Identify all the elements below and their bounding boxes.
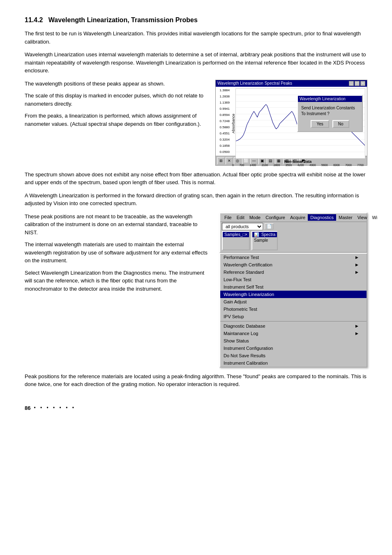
page-number: 86 [25, 405, 30, 411]
menu-item-instrument-calibration[interactable]: Instrument Calibration [220, 359, 367, 367]
samples-titlebar: Samples _□× [223, 232, 249, 237]
minimize-btn[interactable]: _ [349, 81, 354, 86]
x-val: 3500 [286, 164, 292, 166]
menu-item-wavelength-cert[interactable]: Wavelength Certification ▶ [220, 261, 367, 268]
app-window: File Edit Mode Configure Acquire Diagnos… [219, 213, 367, 253]
menu-item-show-status[interactable]: Show Status [220, 337, 367, 345]
menu-separator [220, 321, 367, 321]
spectrum-titlebar: Wavelength Linearization Spectral Peaks … [216, 80, 367, 87]
section-number: 11.4.2 [25, 16, 43, 23]
menu-item-label: Gain Adjust [224, 299, 247, 304]
x-val: 1400 [250, 164, 256, 166]
doc-btn[interactable]: 📄 [265, 223, 274, 229]
menu-diagnostics[interactable]: Diagnostics [308, 214, 336, 221]
menu-master[interactable]: Master [336, 214, 355, 221]
products-dropdown[interactable]: all products [222, 223, 263, 230]
menu-item-photometric-test[interactable]: Photometric Test [220, 305, 367, 313]
maximize-btn[interactable]: □ [355, 81, 360, 86]
submenu-arrow: ▶ [355, 324, 358, 328]
spectra-window: 📊 Spectra Sample [251, 231, 278, 250]
x-val: 4200 [297, 164, 304, 166]
menu-item-self-test[interactable]: Instrument Self Test [220, 283, 367, 291]
linearization-dialog: Wavelength Linearization Send Linearizat… [297, 95, 363, 132]
toolbar-btn-1[interactable]: ⊞ [217, 157, 225, 164]
menu-view[interactable]: View [355, 214, 370, 221]
paragraph-2: Wavelength Linearization uses internal w… [25, 51, 367, 75]
x-val: 7700 [357, 164, 364, 166]
menu-item-label: Wavelength Linearization [224, 292, 274, 297]
menu-file[interactable]: File [222, 214, 234, 221]
content-with-spectrum: The wavelength positions of these peaks … [25, 80, 367, 166]
menu-item-label: Performance Test [224, 255, 259, 260]
menu-item-label: Instrument Configuration [224, 346, 273, 351]
menu-item-do-not-save[interactable]: Do Not Save Results [220, 352, 367, 359]
menu-item-diagnostic-db[interactable]: Diagnostic Database ▶ [220, 322, 367, 330]
spectra-titlebar: 📊 Spectra [252, 232, 277, 237]
menu-mode[interactable]: Mode [247, 214, 263, 221]
spectrum-window-title: Wavelength Linearization Spectral Peaks [217, 81, 292, 86]
x-axis-values: 0 700 1400 2100 2800 3500 4200 4900 5600… [231, 164, 365, 166]
paragraph-8: These peak positions are not meant to be… [25, 213, 211, 237]
x-val: 7000 [345, 164, 352, 166]
paragraph-4: The scale of this display is marked in e… [25, 92, 207, 108]
submenu-arrow: ▶ [355, 270, 358, 274]
spectra-sample-label: Sample [254, 238, 268, 243]
paragraph-6: The spectrum shown above does not exhibi… [25, 171, 367, 187]
text-column: The wavelength positions of these peaks … [25, 80, 207, 166]
menu-item-ipv-setup[interactable]: IPV Setup [220, 313, 367, 320]
menu-edit[interactable]: Edit [234, 214, 247, 221]
y-val-0: 1.3884 [217, 88, 230, 92]
samples-title: Samples [224, 232, 240, 237]
paragraph-1: The first test to be run is Wavelength L… [25, 30, 367, 46]
spectrum-window: Wavelength Linearization Spectral Peaks … [215, 80, 367, 166]
menu-item-label: Diagnostic Database [224, 324, 265, 328]
paragraph-7: A Wavelength Linearization is performed … [25, 192, 367, 208]
menu-item-wavelength-linearization[interactable]: Wavelength Linearization [220, 291, 367, 298]
spectrum-chart-area: Wavelength Linearization Send Linearizat… [216, 87, 367, 156]
menu-item-performance-test[interactable]: Performance Test ▶ [220, 254, 367, 261]
x-val: 5600 [321, 164, 328, 166]
submenu-arrow: ▶ [355, 255, 358, 259]
menu-item-label: Wavelength Certification [224, 262, 272, 267]
menu-item-label: IPV Setup [224, 314, 244, 319]
spectra-title: 📊 [254, 232, 259, 237]
samples-controls: _□× [240, 232, 247, 237]
menu-wi[interactable]: Wi [369, 214, 380, 221]
yes-button[interactable]: Yes [311, 120, 329, 128]
y-val-3: 0.9941 [217, 107, 230, 111]
menu-item-low-flux[interactable]: Low-Flux Test [220, 276, 367, 283]
paragraph-11: Peak positions for the reference materia… [25, 372, 367, 388]
x-val: 0 [232, 164, 234, 166]
close-btn[interactable]: × [360, 81, 365, 86]
menu-item-label: Instrument Self Test [224, 284, 263, 289]
text-column-2: These peak positions are not meant to be… [25, 213, 211, 368]
titlebar-buttons: _ □ × [349, 81, 365, 86]
diagnostics-dropdown: Performance Test ▶ Wavelength Certificat… [219, 253, 367, 368]
x-val: 700 [239, 164, 244, 166]
menu-item-label: Show Status [224, 338, 249, 343]
footer-dots: • • • • • • • [34, 405, 75, 411]
sub-windows: Samples _□× 📊 Spectra Sample [220, 231, 367, 252]
section-heading: 11.4.2 Wavelength Linearization, Transmi… [25, 16, 367, 24]
y-axis-label: Absorbance [231, 88, 235, 159]
menu-item-label: Maintanance Log [224, 331, 258, 336]
menu-item-maintenance-log[interactable]: Maintanance Log ▶ [220, 330, 367, 337]
menu-acquire[interactable]: Acquire [288, 214, 308, 221]
menu-screenshot-container: File Edit Mode Configure Acquire Diagnos… [219, 213, 367, 368]
x-val: 2100 [262, 164, 268, 166]
x-axis-label: Non-linear Data [231, 160, 365, 164]
x-val: 6300 [333, 164, 340, 166]
menu-item-label: Reference Standard [224, 270, 264, 275]
menu-configure[interactable]: Configure [263, 214, 288, 221]
y-val-2: 1.1369 [217, 101, 230, 104]
samples-window: Samples _□× [222, 231, 250, 250]
menu-item-gain-adjust[interactable]: Gain Adjust [220, 298, 367, 305]
submenu-arrow: ▶ [355, 263, 358, 267]
no-button[interactable]: No [332, 120, 349, 128]
menu-item-label: Low-Flux Test [224, 277, 251, 282]
spectra-title-text: Spectra [261, 232, 275, 237]
text-with-menu: These peak positions are not meant to be… [25, 213, 367, 368]
menu-item-reference-standard[interactable]: Reference Standard ▶ [220, 268, 367, 276]
menu-item-instrument-config[interactable]: Instrument Configuration [220, 345, 367, 352]
y-val-8: 0.3204 [217, 138, 230, 141]
